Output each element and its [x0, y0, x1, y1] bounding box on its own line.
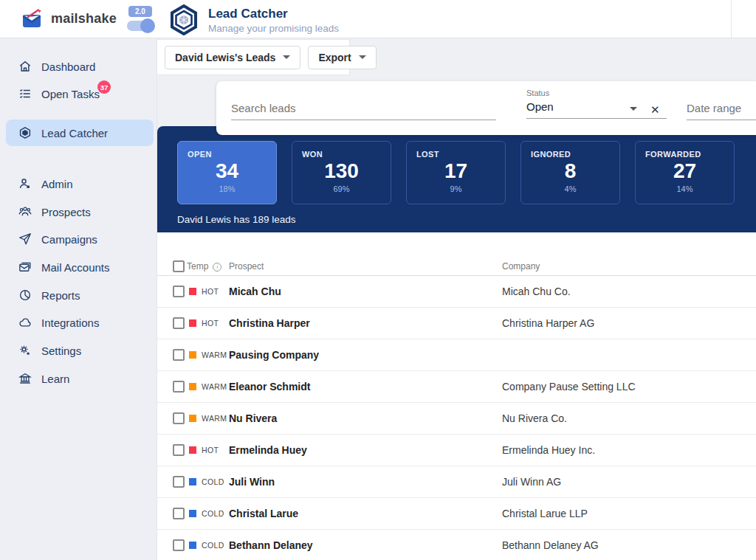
date-range-underline — [687, 120, 756, 120]
table-row[interactable]: COLD Juli Winn Juli Winn AG — [157, 466, 756, 498]
select-all-checkbox[interactable] — [173, 260, 185, 272]
sidebar-item-label: Dashboard — [41, 61, 95, 73]
sidebar-item-learn[interactable]: Learn — [6, 365, 154, 392]
leads-summary-text: David Lewis has 189 leads — [177, 214, 296, 225]
row-checkbox[interactable] — [173, 444, 185, 456]
sidebar-item-prospects[interactable]: Prospects — [6, 198, 154, 225]
date-range-input[interactable]: Date range — [687, 102, 756, 120]
sidebar-item-label: Reports — [41, 289, 80, 302]
prospect-name[interactable]: Juli Winn — [229, 476, 275, 488]
row-checkbox[interactable] — [173, 381, 185, 393]
chevron-down-icon — [283, 55, 290, 59]
company-name: Christal Larue LLP — [502, 508, 588, 519]
table-row[interactable]: HOT Ermelinda Huey Ermelinda Huey Inc. — [157, 435, 756, 466]
clear-status-icon[interactable]: ✕ — [650, 103, 660, 117]
temp-indicator-icon — [189, 383, 196, 390]
prospect-name[interactable]: Ermelinda Huey — [229, 444, 307, 456]
prospect-name[interactable]: Pausing Company — [229, 349, 319, 361]
sidebar-item-mail-accounts[interactable]: Mail Accounts — [6, 254, 154, 280]
temp-indicator-icon — [189, 288, 196, 295]
stat-label: LOST — [416, 150, 505, 159]
row-checkbox[interactable] — [173, 349, 185, 361]
date-range-field[interactable]: Date range — [687, 102, 756, 120]
prospect-name[interactable]: Nu Rivera — [229, 412, 277, 424]
stat-card-won[interactable]: WON 130 69% — [292, 141, 391, 204]
stat-percent: 69% — [292, 184, 391, 193]
table-row[interactable]: COLD Bethann Delaney Bethann Delaney AG — [157, 530, 756, 560]
sidebar-item-settings[interactable]: Settings — [6, 337, 154, 364]
company-name: Christina Harper AG — [502, 317, 594, 329]
leads-owner-dropdown-label: David Lewis's Leads — [175, 52, 275, 63]
table-row[interactable]: HOT Christina Harper Christina Harper AG — [157, 308, 756, 339]
sidebar-item-integrations[interactable]: Integrations — [6, 309, 154, 336]
prospect-name[interactable]: Micah Chu — [229, 286, 281, 297]
chevron-down-icon[interactable] — [630, 107, 637, 111]
toggle-knob-icon — [140, 18, 155, 33]
info-icon[interactable]: i — [213, 263, 221, 272]
prospect-name[interactable]: Christina Harper — [229, 317, 310, 329]
app-window: mailshake 2.0 Lead Catcher Manage your p… — [0, 0, 756, 560]
leads-owner-dropdown[interactable]: David Lewis's Leads — [165, 46, 300, 69]
status-value[interactable]: Open — [526, 100, 667, 118]
row-checkbox[interactable] — [173, 476, 185, 488]
status-select[interactable]: Status Open — [526, 89, 667, 119]
stat-card-lost[interactable]: LOST 17 9% — [406, 141, 506, 204]
company-name: Bethann Delaney AG — [502, 539, 599, 551]
status-underline — [526, 118, 667, 119]
prospect-name[interactable]: Bethann Delaney — [229, 539, 313, 551]
sidebar-item-reports[interactable]: Reports — [6, 282, 154, 308]
integrations-icon — [18, 316, 32, 329]
page-title: Lead Catcher — [208, 7, 339, 21]
version-toggle[interactable] — [127, 21, 154, 31]
search-input[interactable]: Search leads — [231, 102, 496, 120]
stat-value: 130 — [292, 159, 391, 183]
temp-indicator-icon — [189, 542, 196, 549]
sidebar-item-open-tasks[interactable]: Open Tasks 37 — [6, 80, 154, 107]
table-row[interactable]: HOT Micah Chu Micah Chu Co. — [157, 276, 756, 308]
mail-icon — [18, 260, 32, 274]
stat-label: FORWARDED — [645, 150, 734, 159]
stat-value: 17 — [407, 159, 505, 183]
sidebar-item-lead-catcher[interactable]: Lead Catcher — [6, 120, 154, 146]
sidebar-item-label: Campaigns — [41, 233, 97, 246]
temp-label: COLD — [202, 541, 224, 550]
topbar-divider — [731, 0, 732, 38]
sidebar-item-label: Integrations — [41, 317, 99, 329]
temp-label: WARM — [202, 414, 227, 423]
export-button[interactable]: Export — [308, 46, 376, 69]
search-field[interactable]: Search leads — [231, 102, 496, 120]
row-checkbox[interactable] — [173, 286, 185, 297]
row-checkbox[interactable] — [173, 508, 185, 519]
brand-logo[interactable]: mailshake 2.0 — [22, 6, 154, 31]
company-name: Nu Rivera Co. — [502, 412, 567, 424]
stat-card-forwarded[interactable]: FORWARDED 27 14% — [635, 141, 735, 204]
learn-icon — [18, 372, 32, 385]
table-row[interactable]: WARM Pausing Company — [157, 339, 756, 371]
sidebar-item-dashboard[interactable]: Dashboard — [6, 53, 154, 80]
temp-indicator-icon — [189, 446, 196, 454]
row-checkbox[interactable] — [173, 317, 185, 329]
stat-card-ignored[interactable]: IGNORED 8 4% — [520, 141, 620, 204]
temp-indicator-icon — [189, 510, 196, 517]
temp-label: HOT — [202, 319, 219, 328]
sidebar-item-label: Admin — [41, 178, 73, 190]
sidebar-item-label: Prospects — [41, 206, 91, 218]
table-row[interactable]: WARM Eleanor Schmidt Company Pause Setti… — [157, 371, 756, 403]
temp-indicator-icon — [189, 319, 196, 327]
table-row[interactable]: COLD Christal Larue Christal Larue LLP — [157, 498, 756, 530]
version-badge: 2.0 — [128, 6, 152, 17]
filters-card: Search leads Status Open ✕ Date range — [216, 81, 756, 135]
mailshake-envelope-icon — [22, 9, 44, 28]
prospect-name[interactable]: Eleanor Schmidt — [229, 381, 310, 393]
table-row[interactable]: WARM Nu Rivera Nu Rivera Co. — [157, 403, 756, 435]
page-subtitle: Manage your promising leads — [208, 23, 339, 34]
temp-label: COLD — [202, 509, 224, 518]
sidebar-item-admin[interactable]: Admin — [6, 170, 154, 197]
stat-percent: 18% — [178, 184, 276, 193]
sidebar-item-campaigns[interactable]: Campaigns — [6, 226, 154, 252]
row-checkbox[interactable] — [173, 412, 185, 424]
row-checkbox[interactable] — [173, 539, 185, 551]
prospect-name[interactable]: Christal Larue — [229, 508, 298, 519]
stat-card-open[interactable]: OPEN 34 18% — [177, 141, 277, 204]
stat-value: 34 — [178, 159, 276, 183]
